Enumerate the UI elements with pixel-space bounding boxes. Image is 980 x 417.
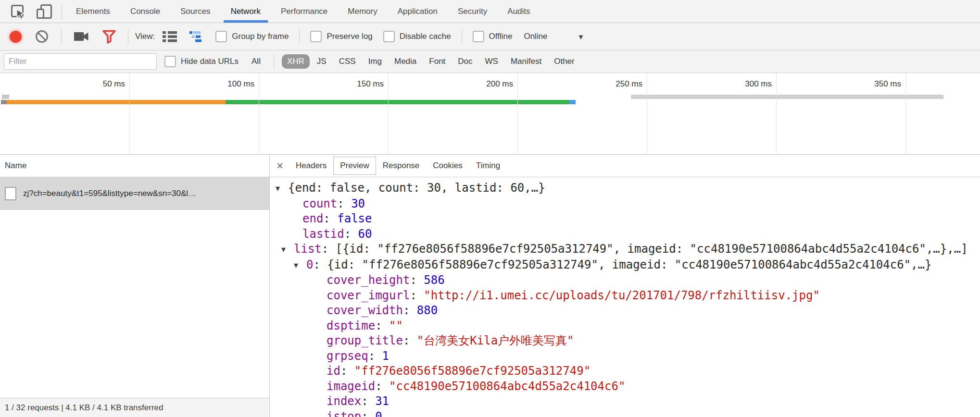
divider (61, 29, 62, 44)
tab-performance[interactable]: Performance (271, 0, 338, 23)
overview-scrollbar-thumb[interactable] (631, 95, 943, 99)
status-bar: 1 / 32 requests | 4.1 KB / 4.1 KB transf… (0, 398, 269, 417)
tree-segment-plain: : (375, 380, 389, 393)
group-by-frame-label: Group by frame (232, 32, 289, 41)
tree-segment-key: end (302, 212, 323, 225)
checkbox-box[interactable] (310, 31, 322, 42)
devtools-window: ElementsConsoleSourcesNetworkPerformance… (0, 0, 980, 417)
panel-tabs: ElementsConsoleSourcesNetworkPerformance… (66, 0, 540, 23)
filter-type-font[interactable]: Font (424, 54, 451, 69)
record-button[interactable] (5, 31, 26, 43)
inspect-element-icon[interactable] (5, 0, 31, 23)
tab-application[interactable]: Application (388, 0, 448, 23)
filter-type-all[interactable]: All (246, 54, 266, 69)
details-tab-cookies[interactable]: Cookies (426, 157, 469, 175)
tree-node-expanded[interactable]: ▼{end: false, count: 30, lastid: 60,…} (270, 181, 980, 196)
tree-leaf[interactable]: lastid: 60 (270, 227, 980, 242)
tree-leaf[interactable]: istop: 0 (270, 409, 980, 417)
tree-leaf[interactable]: count: 30 (270, 196, 980, 212)
checkbox-box[interactable] (215, 31, 227, 42)
tree-leaf[interactable]: group_title: "台湾美女Kila户外唯美写真" (270, 333, 980, 349)
details-tab-preview[interactable]: Preview (333, 157, 376, 175)
tree-segment-key: 0 (306, 258, 313, 271)
close-details-icon[interactable]: × (276, 160, 289, 172)
tree-node-expanded[interactable]: ▼0: {id: "ff276e8056f58896e7cf92505a3127… (270, 258, 980, 273)
tab-console[interactable]: Console (120, 0, 170, 23)
filter-type-manifest[interactable]: Manifest (505, 54, 547, 69)
timeline-tick-label: 50 ms (103, 79, 129, 89)
throttling-caret-icon[interactable]: ▼ (578, 33, 591, 41)
tree-leaf[interactable]: imageid: "cc48190e57100864abc4d55a2c4104… (270, 379, 980, 394)
tab-audits[interactable]: Audits (497, 0, 540, 23)
throttling-select[interactable]: Online (519, 32, 547, 41)
tree-segment-plain: : (313, 258, 327, 271)
tree-segment-key: imageid (327, 380, 375, 393)
timeline-tick-label: 150 ms (357, 79, 388, 89)
overview-waterfall-orange-segment (7, 100, 226, 104)
tree-leaf[interactable]: cover_imgurl: "http://i1.umei.cc/uploads… (270, 288, 980, 304)
offline-checkbox[interactable]: Offline (469, 31, 516, 42)
divider (462, 29, 462, 44)
list-view-icon[interactable] (158, 31, 182, 42)
timeline-gridline (129, 73, 130, 154)
details-tab-response[interactable]: Response (376, 157, 427, 175)
request-row[interactable]: zj?ch=beauty&t1=595&listtype=new&sn=30&l… (0, 177, 269, 210)
hide-data-urls-checkbox[interactable]: Hide data URLs (161, 56, 242, 67)
request-checkbox[interactable] (5, 187, 16, 200)
details-tab-timing[interactable]: Timing (469, 157, 507, 175)
details-tab-headers[interactable]: Headers (289, 157, 333, 175)
checkbox-box[interactable] (383, 31, 395, 42)
tree-expand-arrow-icon[interactable]: ▼ (294, 258, 306, 273)
tree-segment-plain: : (410, 273, 424, 287)
requests-table: Name zj?ch=beauty&t1=595&listtype=new&sn… (0, 155, 270, 417)
request-details-pane: × HeadersPreviewResponseCookiesTiming ▼{… (270, 155, 980, 417)
tree-segment-key: index (327, 394, 361, 408)
tree-leaf[interactable]: end: false (270, 211, 980, 227)
tree-segment-plain: [{id: "ff276e8056f58896e7cf92505a312749"… (336, 242, 968, 256)
tree-leaf[interactable]: cover_height: 586 (270, 273, 980, 288)
waterfall-view-icon[interactable] (185, 31, 209, 42)
filter-type-ws[interactable]: WS (480, 54, 503, 69)
name-column-header[interactable]: Name (0, 155, 269, 177)
filter-type-img[interactable]: Img (363, 54, 387, 69)
network-main-split: Name zj?ch=beauty&t1=595&listtype=new&sn… (0, 155, 980, 417)
tree-node-expanded[interactable]: ▼list: [{id: "ff276e8056f58896e7cf92505a… (270, 242, 980, 258)
checkbox-box[interactable] (164, 56, 176, 67)
checkbox-box[interactable] (473, 31, 484, 42)
tree-leaf[interactable]: dsptime: "" (270, 319, 980, 334)
group-by-frame-checkbox[interactable]: Group by frame (212, 31, 292, 42)
filter-type-doc[interactable]: Doc (452, 54, 477, 69)
tab-elements[interactable]: Elements (66, 0, 120, 23)
tree-expand-arrow-icon[interactable]: ▼ (281, 242, 294, 258)
tab-memory[interactable]: Memory (338, 0, 387, 23)
tree-leaf[interactable]: grpseq: 1 (270, 349, 980, 364)
hide-data-urls-label: Hide data URLs (181, 57, 239, 66)
timeline-tick-label: 100 ms (227, 79, 259, 89)
filter-input[interactable] (4, 53, 157, 70)
filter-funnel-icon[interactable] (97, 29, 121, 44)
disable-cache-checkbox[interactable]: Disable cache (379, 31, 455, 42)
device-toolbar-icon[interactable] (31, 0, 58, 23)
tree-segment-plain: : (368, 349, 382, 363)
tab-network[interactable]: Network (221, 0, 271, 23)
clear-button[interactable] (29, 29, 54, 44)
filter-type-css[interactable]: CSS (334, 54, 361, 69)
tree-segment-key: grpseq (327, 349, 368, 363)
tab-sources[interactable]: Sources (170, 0, 220, 23)
tree-segment-key: id (327, 364, 340, 378)
tree-leaf[interactable]: index: 31 (270, 394, 980, 409)
tree-segment-plain: {end: false, count: 30, lastid: 60,…} (288, 181, 545, 195)
tree-segment-plain: : (403, 304, 417, 317)
preserve-log-checkbox[interactable]: Preserve log (306, 31, 376, 42)
preserve-log-label: Preserve log (327, 32, 372, 41)
timeline-overview[interactable]: 50 ms100 ms150 ms200 ms250 ms300 ms350 m… (0, 73, 980, 155)
filter-type-js[interactable]: JS (312, 54, 332, 69)
tab-security[interactable]: Security (448, 0, 497, 23)
filter-type-xhr[interactable]: XHR (282, 54, 310, 69)
tree-leaf[interactable]: cover_width: 880 (270, 303, 980, 319)
filter-type-media[interactable]: Media (389, 54, 422, 69)
tree-leaf[interactable]: id: "ff276e8056f58896e7cf92505a312749" (270, 364, 980, 379)
screenshot-camera-icon[interactable] (68, 30, 94, 43)
tree-expand-arrow-icon[interactable]: ▼ (276, 181, 288, 196)
filter-type-other[interactable]: Other (549, 54, 580, 69)
